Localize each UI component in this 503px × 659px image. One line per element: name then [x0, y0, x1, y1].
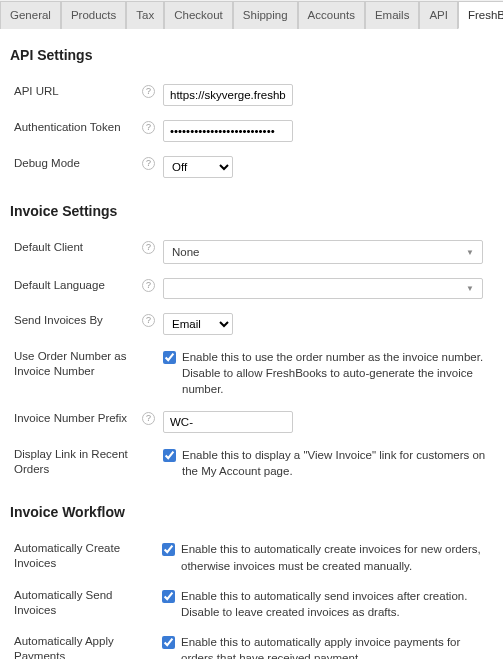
- default-client-value: None: [172, 246, 200, 258]
- help-icon[interactable]: ?: [142, 157, 155, 170]
- display-link-checkbox[interactable]: [163, 449, 176, 462]
- api-url-label: API URL: [10, 77, 138, 113]
- auto-create-label: Automatically Create Invoices: [10, 534, 138, 580]
- auto-apply-desc: Enable this to automatically apply invoi…: [181, 634, 489, 659]
- tab-emails[interactable]: Emails: [365, 1, 420, 29]
- tab-checkout[interactable]: Checkout: [164, 1, 233, 29]
- tab-shipping[interactable]: Shipping: [233, 1, 298, 29]
- workflow-settings-form: Automatically Create Invoices Enable thi…: [10, 534, 493, 659]
- auto-apply-label: Automatically Apply Payments: [10, 627, 138, 659]
- help-icon[interactable]: ?: [142, 85, 155, 98]
- default-language-select[interactable]: ▼: [163, 278, 483, 299]
- display-link-desc: Enable this to display a "View Invoice" …: [182, 447, 489, 479]
- use-order-number-label: Use Order Number as Invoice Number: [10, 342, 138, 404]
- tab-products[interactable]: Products: [61, 1, 126, 29]
- auto-send-checkbox[interactable]: [162, 590, 175, 603]
- default-language-label: Default Language: [10, 271, 138, 306]
- default-client-select[interactable]: None ▼: [163, 240, 483, 264]
- invoice-prefix-label: Invoice Number Prefix: [10, 404, 138, 440]
- invoice-prefix-input[interactable]: [163, 411, 293, 433]
- help-icon[interactable]: ?: [142, 279, 155, 292]
- tab-general[interactable]: General: [0, 1, 61, 29]
- chevron-down-icon: ▼: [466, 284, 474, 293]
- auto-create-checkbox[interactable]: [162, 543, 175, 556]
- auth-token-input[interactable]: [163, 120, 293, 142]
- tab-tax[interactable]: Tax: [126, 1, 164, 29]
- tab-freshbooks[interactable]: FreshBooks: [458, 1, 503, 29]
- section-heading-workflow: Invoice Workflow: [10, 504, 493, 520]
- section-heading-invoice: Invoice Settings: [10, 203, 493, 219]
- chevron-down-icon: ▼: [466, 248, 474, 257]
- auto-apply-checkbox[interactable]: [162, 636, 175, 649]
- section-heading-api: API Settings: [10, 47, 493, 63]
- tab-accounts[interactable]: Accounts: [298, 1, 365, 29]
- help-icon[interactable]: ?: [142, 241, 155, 254]
- auto-create-desc: Enable this to automatically create invo…: [181, 541, 489, 573]
- debug-mode-select[interactable]: Off: [163, 156, 233, 178]
- auto-send-desc: Enable this to automatically send invoic…: [181, 588, 489, 620]
- api-url-input[interactable]: [163, 84, 293, 106]
- debug-mode-label: Debug Mode: [10, 149, 138, 185]
- settings-content: API Settings API URL ? Authentication To…: [0, 47, 503, 659]
- auto-send-label: Automatically Send Invoices: [10, 581, 138, 627]
- default-client-label: Default Client: [10, 233, 138, 271]
- settings-tabs: General Products Tax Checkout Shipping A…: [0, 0, 503, 29]
- use-order-number-desc: Enable this to use the order number as t…: [182, 349, 489, 397]
- help-icon[interactable]: ?: [142, 412, 155, 425]
- help-icon[interactable]: ?: [142, 121, 155, 134]
- help-icon[interactable]: ?: [142, 314, 155, 327]
- display-link-label: Display Link in Recent Orders: [10, 440, 138, 486]
- auth-token-label: Authentication Token: [10, 113, 138, 149]
- use-order-number-checkbox[interactable]: [163, 351, 176, 364]
- api-settings-form: API URL ? Authentication Token ? Debug M…: [10, 77, 493, 185]
- send-invoices-select[interactable]: Email: [163, 313, 233, 335]
- send-invoices-label: Send Invoices By: [10, 306, 138, 342]
- tab-api[interactable]: API: [419, 1, 458, 29]
- invoice-settings-form: Default Client ? None ▼ Default Language…: [10, 233, 493, 486]
